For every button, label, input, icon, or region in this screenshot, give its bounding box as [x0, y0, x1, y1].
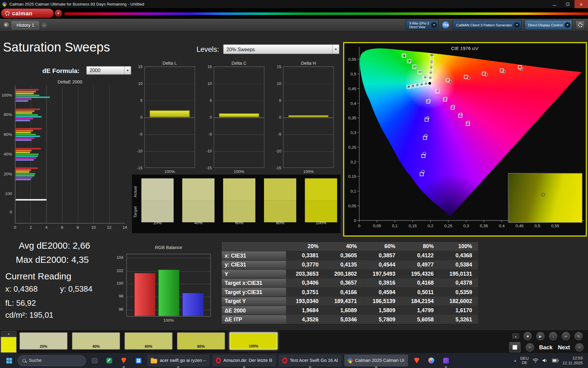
stop-button[interactable]: ■: [523, 332, 532, 340]
svg-text:0,15: 0,15: [409, 224, 417, 228]
table-cell: 195,4326: [401, 269, 439, 278]
taskbar-app-dark[interactable]: [89, 355, 100, 366]
start-button[interactable]: [3, 355, 15, 366]
settings-button[interactable]: [575, 20, 585, 30]
taskbar-app-label: Amazon.de: Der letzte B: [223, 358, 272, 363]
minimize-button[interactable]: [548, 0, 561, 8]
table-cell: 200,1802: [325, 269, 363, 278]
next-button[interactable]: Next: [558, 344, 570, 351]
svg-text:0,25: 0,25: [444, 224, 452, 228]
table-row-label: Target Y: [222, 297, 286, 306]
deltae-bar: [16, 118, 33, 119]
pattern-level-swatch[interactable]: 80%: [177, 332, 225, 350]
deltae-bar: [16, 98, 31, 100]
pattern-level-swatch[interactable]: 40%: [72, 332, 120, 350]
back-button[interactable]: Back: [539, 344, 552, 351]
loop-button[interactable]: ∞: [562, 332, 570, 340]
taskbar-app-brave2[interactable]: [411, 355, 423, 366]
close-button[interactable]: ×: [575, 0, 588, 8]
pattern-window-button[interactable]: [509, 342, 520, 352]
chevron-down-icon[interactable]: ▼: [431, 22, 437, 28]
pattern-level-swatch[interactable]: 100%: [229, 332, 277, 350]
taskbar-app-label: acer swift go ai ryzen –: [160, 358, 206, 363]
delta-h-bar: [288, 115, 329, 117]
svg-text:0,35: 0,35: [348, 116, 356, 120]
meter-dropdown[interactable]: X-Rite i1Pro 3 Direct View ▼: [406, 20, 439, 30]
delta-y-tick: 15: [136, 64, 142, 69]
table-cell: 182,6002: [440, 297, 478, 306]
clock[interactable]: 12:5312.11.2025: [562, 356, 582, 366]
delta-c-bar: [219, 113, 259, 117]
de-formula-label: dE Formula:: [42, 67, 79, 75]
table-cell: 0,3770: [286, 260, 324, 269]
taskbar-search[interactable]: Suche: [18, 355, 86, 366]
back-chevron-button[interactable]: «: [526, 343, 534, 351]
taskbar-app[interactable]: Calman 2025 Calman UI: [344, 355, 408, 366]
table-header-cell: 80%: [401, 242, 439, 251]
maximize-button[interactable]: [561, 0, 575, 8]
table-cell: 5,3261: [440, 315, 478, 324]
table-row-label: Target y:CIE31: [222, 287, 286, 297]
pattern-level-label: 100%: [249, 344, 258, 349]
current-pattern-swatch[interactable]: [1, 337, 16, 352]
actual-swatch: [223, 178, 255, 201]
tray-overflow-chevron[interactable]: ▲: [514, 359, 517, 362]
current-x: x: 0,4368: [5, 285, 38, 293]
deltae-bar: [16, 120, 30, 121]
pattern-level-label: 80%: [197, 344, 205, 349]
pattern-level-label: 20%: [40, 344, 47, 349]
brand-bar: calman ▼: [0, 8, 588, 19]
svg-text:0,35: 0,35: [480, 224, 488, 228]
play-button[interactable]: ▶: [536, 332, 545, 340]
refresh-button[interactable]: ↻: [575, 332, 583, 340]
table-header-cell: 20%: [286, 242, 324, 251]
taskbar-app[interactable]: acer swift go ai ryzen –: [147, 355, 209, 366]
next-chevron-button[interactable]: »: [575, 343, 583, 351]
levels-select[interactable]: 20% Sweeps ▼: [223, 44, 340, 54]
wifi-icon[interactable]: [532, 358, 538, 363]
tab-history-1[interactable]: History 1: [12, 21, 39, 29]
calman-icon: [347, 357, 353, 364]
add-tab-button[interactable]: +: [41, 22, 47, 28]
taskbar-app-purple[interactable]: [440, 355, 452, 366]
target-swatch: [182, 200, 214, 222]
table-row-label: Y: [222, 269, 286, 278]
volume-icon[interactable]: [542, 358, 548, 363]
deltae-x-tick: 0: [10, 225, 19, 229]
delta-h-chart: Delta H 151050-5-10-15 100%: [275, 60, 339, 174]
chevron-down-icon[interactable]: ▼: [514, 22, 520, 28]
windows-logo-icon: [6, 358, 12, 363]
save-button[interactable]: ↓: [549, 332, 557, 340]
calman-logo[interactable]: calman: [1, 9, 54, 18]
pattern-level-swatch[interactable]: 60%: [125, 332, 173, 350]
controls-up-chevron[interactable]: ▲: [512, 333, 519, 339]
deltae-x-tick: 4: [42, 225, 51, 229]
svg-text:0,2: 0,2: [351, 160, 356, 164]
target-swatch: [264, 200, 296, 222]
taskbar-app-editor[interactable]: [103, 355, 115, 366]
chevron-down-icon: ▼: [124, 67, 131, 75]
nav-prev-button[interactable]: ▶: [3, 22, 9, 28]
saturation-swatch: [223, 178, 255, 222]
actual-row-label: Actual: [133, 181, 138, 202]
taskbar-app[interactable]: Test Acer Swift Go 16 Al: [279, 355, 342, 366]
taskbar-app-store[interactable]: [132, 355, 144, 366]
chevron-down-icon[interactable]: ▼: [565, 22, 570, 28]
display-control-dropdown[interactable]: Direct Display Control ▼: [525, 20, 572, 30]
pattern-generator-dropdown[interactable]: CalMAN Client 3 Pattern Generator ▼: [453, 20, 522, 30]
battery-icon[interactable]: [552, 358, 559, 362]
taskbar-app[interactable]: Amazon.de: Der letzte B: [212, 355, 276, 366]
taskbar-app-copilot[interactable]: [425, 355, 437, 366]
language-indicator[interactable]: DEUDE: [520, 356, 529, 365]
meter-status-badge[interactable]: 718: [442, 21, 450, 29]
table-row-label: x: CIE31: [222, 251, 286, 260]
delta-y-tick: 0: [205, 115, 212, 120]
de-formula-select[interactable]: 2000 ▼: [86, 66, 131, 75]
current-cd: cd/m²: 195,01: [5, 311, 53, 320]
pattern-bar-up-chevron[interactable]: ▲: [1, 331, 16, 336]
taskbar-app-brave[interactable]: [118, 355, 130, 366]
levels-label: Levels:: [197, 45, 219, 54]
pattern-level-swatch[interactable]: 20%: [20, 332, 68, 350]
logo-menu-chevron[interactable]: ▼: [55, 10, 62, 17]
table-cell: 197,5493: [363, 269, 401, 278]
